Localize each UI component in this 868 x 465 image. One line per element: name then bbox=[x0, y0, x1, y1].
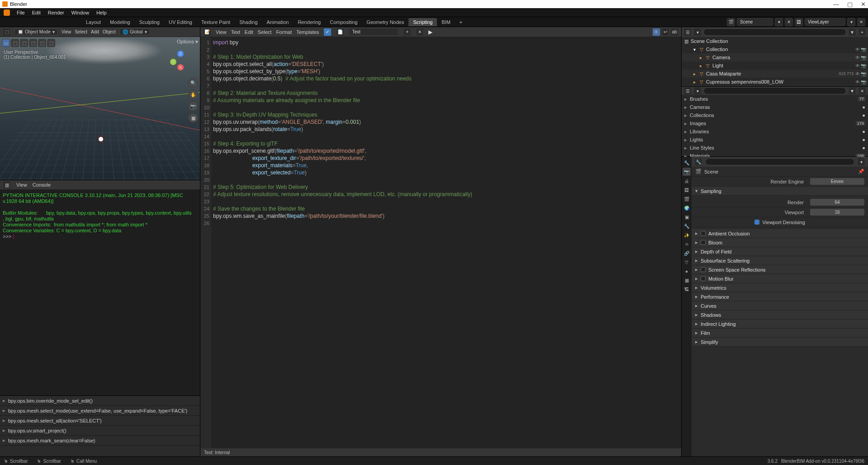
render-icon[interactable]: 📷 bbox=[861, 47, 866, 52]
scene-icon[interactable]: 🎬 bbox=[727, 18, 735, 26]
x-axis-icon[interactable]: X bbox=[177, 64, 184, 70]
prop-search[interactable] bbox=[705, 158, 854, 165]
viewlayer-icon[interactable]: 🖼 bbox=[795, 18, 803, 26]
eye-icon[interactable]: 👁 bbox=[855, 55, 860, 60]
tab-texture-paint[interactable]: Texture Paint bbox=[197, 18, 235, 26]
info-line[interactable]: ▸bpy.ops.mesh.select_mode(use_extend=Fal… bbox=[0, 406, 200, 416]
viewlayer-delete-button[interactable]: ✕ bbox=[857, 18, 865, 26]
3d-viewport[interactable]: ▭ ⬚ ⬚ ⬚ ⬚ ⬚ Options ▾ User Perspective (… bbox=[0, 37, 200, 180]
tool-d-icon[interactable]: ⬚ bbox=[38, 39, 46, 47]
menu-file[interactable]: File bbox=[13, 9, 28, 16]
tab-particle-icon[interactable]: ✨ bbox=[683, 231, 691, 239]
tab-viewlayer-icon[interactable]: 🖼 bbox=[683, 186, 691, 194]
te-menu-text[interactable]: Text bbox=[231, 29, 240, 35]
tab-bim-icon[interactable]: 🏗 bbox=[683, 285, 691, 293]
tab-material-icon[interactable]: ● bbox=[683, 267, 691, 275]
section-bloom[interactable]: ▸Bloom bbox=[692, 238, 868, 247]
section-motion-blur[interactable]: ▸Motion Blur bbox=[692, 274, 868, 283]
datablock-row[interactable]: ▸Brushes77 bbox=[682, 95, 868, 103]
tab-render-icon[interactable]: 📷 bbox=[683, 168, 691, 176]
datablock-mode-icon[interactable]: ☰ bbox=[683, 87, 692, 95]
run-script-button[interactable]: ▶ bbox=[428, 29, 432, 35]
info-line[interactable]: ▸bpy.ops.uv.smart_project() bbox=[0, 426, 200, 436]
scene-breadcrumb[interactable]: 🎬Scene📌 bbox=[692, 167, 868, 177]
text-unlink-button[interactable]: ✕ bbox=[416, 28, 424, 36]
zoom-icon[interactable]: 🔍 bbox=[188, 78, 198, 88]
info-line[interactable]: ▸bpy.ops.mesh.mark_seam(clear=False) bbox=[0, 436, 200, 446]
tool-c-icon[interactable]: ⬚ bbox=[29, 39, 37, 47]
datablock-search[interactable] bbox=[703, 87, 846, 94]
section-subsurface-scattering[interactable]: ▸Subsurface Scattering bbox=[692, 256, 868, 265]
section-performance[interactable]: ▸Performance bbox=[692, 292, 868, 301]
console-menu-view[interactable]: View bbox=[16, 182, 27, 188]
tool-a-icon[interactable]: ⬚ bbox=[11, 39, 19, 47]
outliner-search[interactable] bbox=[703, 28, 846, 36]
section-film[interactable]: ▸Film bbox=[692, 329, 868, 338]
register-toggle[interactable]: ✔ bbox=[323, 28, 332, 36]
render-icon[interactable]: 📷 bbox=[861, 63, 866, 68]
tab-+[interactable]: + bbox=[455, 18, 467, 26]
z-axis-icon[interactable]: Z bbox=[177, 51, 184, 57]
eye-icon[interactable]: 👁 bbox=[855, 80, 860, 85]
menu-window[interactable]: Window bbox=[68, 9, 93, 16]
te-menu-select[interactable]: Select bbox=[258, 29, 272, 35]
datablock-row[interactable]: ▸Lights● bbox=[682, 136, 868, 144]
outliner-editor-icon[interactable]: ☰ bbox=[683, 28, 692, 36]
nav-gizmo[interactable]: Z Y X bbox=[170, 51, 191, 71]
new-collection-button[interactable]: + bbox=[858, 28, 866, 36]
tab-bim[interactable]: BIM bbox=[437, 18, 455, 26]
pin-icon[interactable]: 📌 bbox=[858, 169, 864, 174]
te-menu-templates[interactable]: Templates bbox=[296, 29, 319, 35]
tab-scripting[interactable]: Scripting bbox=[408, 18, 437, 26]
tab-tool-icon[interactable]: 🔧 bbox=[683, 159, 691, 167]
info-line[interactable]: ▸bpy.ops.mesh.select_all(action='SELECT'… bbox=[0, 416, 200, 426]
text-editor-icon[interactable]: 📝 bbox=[203, 28, 211, 36]
filter-icon[interactable]: ▼ bbox=[848, 28, 856, 36]
prop-options-icon[interactable]: ▾ bbox=[857, 158, 865, 166]
section-ambient-occlusion[interactable]: ▸Ambient Occlusion bbox=[692, 229, 868, 238]
te-menu-format[interactable]: Format bbox=[276, 29, 292, 35]
perspective-icon[interactable]: ▦ bbox=[188, 113, 198, 123]
mode-selector[interactable]: 🔲 Object Mode ▾ bbox=[14, 28, 58, 35]
editor-type-icon[interactable]: ⬚ bbox=[3, 28, 11, 36]
line-numbers-toggle[interactable]: ≡ bbox=[652, 28, 660, 36]
datablock-row[interactable]: ▸Collections● bbox=[682, 111, 868, 119]
eye-icon[interactable]: 👁 bbox=[855, 63, 860, 68]
code-area[interactable]: import bpy # Step 1: Model Optimization … bbox=[211, 37, 681, 448]
menu-object[interactable]: Object bbox=[103, 29, 116, 34]
options-dropdown[interactable]: Options ▾ bbox=[177, 39, 198, 45]
tab-modifier-icon[interactable]: 🔧 bbox=[683, 222, 691, 230]
outliner-item[interactable]: ▸▽Casa Malaparte815 773👁📷 bbox=[682, 70, 868, 78]
outliner-item[interactable]: ▸▽Light👁📷 bbox=[682, 61, 868, 70]
menu-edit[interactable]: Edit bbox=[28, 9, 44, 16]
info-log[interactable]: ▸bpy.ops.bim.override_mode_set_edit()▸bp… bbox=[0, 395, 200, 456]
tab-shading[interactable]: Shading bbox=[235, 18, 262, 26]
console-menu-console[interactable]: Console bbox=[33, 182, 51, 188]
te-menu-edit[interactable]: Edit bbox=[245, 29, 253, 35]
prop-editor-icon[interactable]: 🔧 bbox=[694, 158, 702, 166]
tab-scene-icon[interactable]: 🎬 bbox=[683, 195, 691, 203]
text-browse-icon[interactable]: 📄 bbox=[336, 28, 344, 36]
hand-icon[interactable]: ✋ bbox=[188, 89, 198, 99]
tab-animation[interactable]: Animation bbox=[262, 18, 294, 26]
outliner-item[interactable]: ▸▽Cupressus sempervirens008_LOW.001👁📷 bbox=[682, 86, 868, 86]
menu-select[interactable]: Select bbox=[75, 29, 87, 34]
eye-icon[interactable]: 👁 bbox=[855, 71, 860, 76]
scene-new-button[interactable]: ▾ bbox=[775, 18, 783, 26]
display-mode-icon[interactable]: ▾ bbox=[693, 28, 702, 36]
viewport-samples-input[interactable]: 16 bbox=[810, 209, 864, 216]
tab-rendering[interactable]: Rendering bbox=[293, 18, 325, 26]
tool-e-icon[interactable]: ⬚ bbox=[47, 39, 55, 47]
console-editor-icon[interactable]: ▥ bbox=[3, 181, 11, 189]
datablock-filter-icon[interactable]: ▾ bbox=[693, 87, 702, 95]
scene-delete-button[interactable]: ✕ bbox=[785, 18, 793, 26]
filter-b-icon[interactable]: ▼ bbox=[848, 87, 856, 95]
tab-physics-icon[interactable]: ⚛ bbox=[683, 240, 691, 248]
te-menu-view[interactable]: View bbox=[216, 29, 227, 35]
tab-compositing[interactable]: Compositing bbox=[325, 18, 362, 26]
del-b-icon[interactable]: ✕ bbox=[858, 87, 866, 95]
text-new-button[interactable]: + bbox=[403, 28, 411, 36]
render-icon[interactable]: 📷 bbox=[861, 80, 866, 85]
outliner-item[interactable]: ▸▽Cupressus sempervirens008_LOW👁📷 bbox=[682, 78, 868, 86]
section-sampling[interactable]: ▾Sampling bbox=[692, 187, 868, 196]
